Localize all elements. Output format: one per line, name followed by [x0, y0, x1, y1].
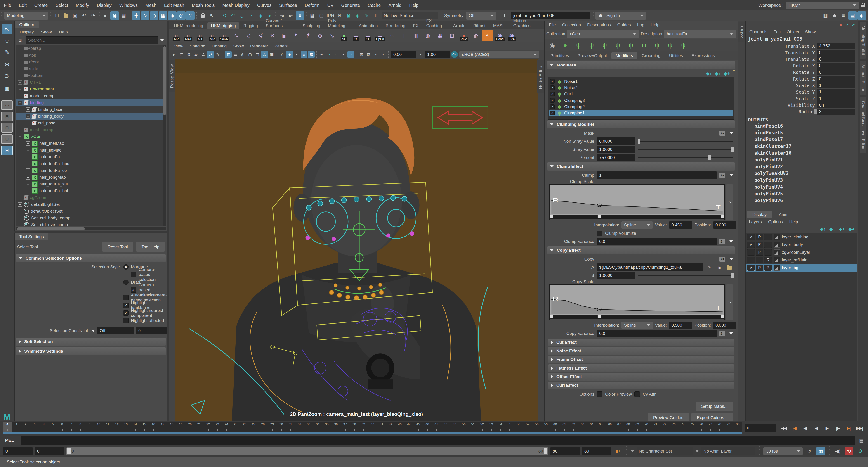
load-map-icon[interactable] — [726, 264, 733, 271]
render-view-icon[interactable]: ▦ — [308, 11, 317, 20]
expand-toggle-icon[interactable]: + — [18, 128, 22, 132]
sign-in-dropdown[interactable]: ☻ Sign In — [595, 11, 646, 20]
playback-loop-icon[interactable]: ⟳ — [805, 447, 814, 456]
menu-uv[interactable]: UV — [323, 3, 338, 8]
channel-value-field[interactable]: 0 — [817, 76, 855, 82]
shelf-tab-bifrost[interactable]: Bifrost — [470, 22, 489, 29]
channel-value-field[interactable]: 1 — [817, 82, 855, 88]
map-menu-icon[interactable] — [730, 332, 733, 335]
expand-toggle-icon[interactable]: + — [18, 216, 22, 220]
outliner-item-xggroom[interactable]: +xgGroom — [16, 194, 166, 201]
outliner-hscrollbar[interactable] — [16, 227, 166, 230]
lra-toggle-icon[interactable]: ◉LRA — [506, 30, 518, 41]
outliner-item-model-comp[interactable]: +model_comp — [16, 92, 166, 99]
layer-display-type-toggle[interactable]: R — [764, 257, 772, 263]
outliner-filter-icon[interactable]: ⊡ — [17, 37, 24, 43]
construction-history-icon[interactable]: ⟲ — [220, 11, 228, 20]
viewport-canvas[interactable]: 2D Pan/Zoom : camera_main_test (layer_bi… — [175, 59, 538, 421]
play-backwards-button[interactable]: ◀ — [811, 424, 821, 433]
camera-attrs-icon[interactable]: ⚙ — [185, 51, 192, 58]
cached-playback-icon[interactable]: ⟲ — [845, 447, 853, 456]
channel-box-menu-show[interactable]: Show — [802, 29, 818, 34]
clump-scale-value-field[interactable]: 0.450 — [669, 222, 692, 229]
outliner-item-defaultobjectset[interactable]: defaultObjectSet — [16, 208, 166, 214]
viewport-menu-panels[interactable]: Panels — [272, 43, 290, 49]
clumping-modifier-header[interactable]: Clumping Modifier — [547, 120, 735, 128]
menu-windows[interactable]: Windows — [116, 3, 142, 8]
deformer-icon[interactable]: ⊞ — [446, 30, 458, 41]
field-chart-icon[interactable]: ▤ — [254, 51, 260, 58]
expression-icon[interactable]: Σ= — [719, 173, 725, 178]
lock-camera-icon[interactable]: ▢ — [178, 51, 185, 58]
channel-box-menu-channels[interactable]: Channels — [747, 29, 770, 34]
shelf-tab-animation[interactable]: Animation — [355, 22, 381, 29]
menu-cache[interactable]: Cache — [364, 3, 385, 8]
channel-scale-z[interactable]: Scale Z1 — [746, 95, 858, 102]
layer-visibility-toggle[interactable] — [747, 249, 755, 256]
cut-effect-header[interactable]: Cut Effect — [548, 339, 734, 346]
outliner-item-hair-toufa-sui[interactable]: +Xhair_touFa_sui — [16, 181, 166, 187]
pan-zoom-icon[interactable]: ⇄ — [207, 51, 214, 58]
select-tool[interactable]: ↖ — [2, 24, 12, 34]
channel-scale-x[interactable]: Scale X1 — [746, 82, 858, 89]
layer-menu-help[interactable]: Help — [786, 220, 801, 224]
map-menu-icon[interactable] — [730, 132, 733, 134]
script-editor-icon[interactable]: ▤ — [857, 436, 866, 445]
xray-icon[interactable]: ▧ — [358, 51, 365, 58]
snap-grid-icon[interactable]: ╋ — [132, 11, 141, 20]
expression-icon[interactable]: Σ= — [719, 257, 725, 262]
playback-end-field[interactable]: 80 — [550, 447, 580, 455]
shelf-tab-fx[interactable]: FX — [409, 22, 422, 29]
layer-playback-toggle[interactable] — [756, 257, 763, 263]
outliner-menu-show[interactable]: Show — [38, 30, 55, 35]
go-to-start-button[interactable]: |◀◀ — [778, 424, 788, 433]
channel-rotate-z[interactable]: Rotate Z0 — [746, 76, 858, 82]
clump-field[interactable]: 1 — [597, 171, 717, 179]
channel-value-field[interactable]: 0 — [817, 56, 855, 62]
layer-visibility-toggle[interactable] — [747, 257, 755, 263]
constraint-icon[interactable]: ▣ — [278, 30, 290, 41]
persp-view-tab[interactable]: Persp View — [168, 60, 176, 92]
menu-edit-mesh[interactable]: Edit Mesh — [160, 3, 188, 8]
select-hierarchy-icon[interactable]: ▸ — [101, 11, 110, 20]
outliner-item-environment[interactable]: +Environment — [16, 86, 166, 92]
modifier-item-clumping1[interactable]: ✓ψClumping1 — [549, 110, 733, 116]
node-editor-shelf-icon[interactable]: ●NE — [338, 30, 350, 41]
xgen-tab-modifiers[interactable]: Modifiers — [612, 52, 637, 59]
attribute-editor-toggle-icon[interactable]: ≡ — [839, 11, 848, 20]
description-dropdown[interactable]: hair_touFa — [664, 30, 736, 38]
aa-icon[interactable]: ◓ — [340, 51, 347, 58]
outliner-search-input[interactable] — [26, 36, 158, 44]
flatness-effect-header[interactable]: Flatness Effect — [548, 364, 734, 372]
four-pane-layout[interactable]: ⊞ — [1, 112, 13, 121]
checkbox-highlight-affected[interactable] — [123, 318, 129, 323]
rivet-icon[interactable]: ●Rive — [458, 30, 469, 41]
bookmark-icon[interactable]: ▱ — [193, 51, 199, 58]
expand-toggle-icon[interactable]: + — [18, 80, 22, 85]
channel-rotate-y[interactable]: Rotate Y0 — [746, 69, 858, 76]
joint-mp-icon[interactable]: ○MP — [170, 30, 182, 41]
paint-weights-icon[interactable]: ◍ — [422, 30, 434, 41]
shelf-tab-hkm-rigging[interactable]: HKM_rigging — [207, 22, 239, 29]
channel-box-menu-object[interactable]: Object — [784, 29, 802, 34]
joints-xray-icon[interactable]: ▨ — [365, 51, 372, 58]
snap-help-icon[interactable]: ? — [186, 11, 195, 20]
layer-menu-options[interactable]: Options — [765, 220, 786, 224]
tool-settings-tab[interactable]: Tool Settings — [15, 233, 49, 240]
outliner-item-binding[interactable]: −binding — [16, 99, 166, 106]
aim-constraint-icon[interactable]: ⊕ — [314, 30, 326, 41]
expression-icon[interactable]: Σ= — [719, 239, 725, 244]
channel-value-field[interactable]: 0 — [817, 50, 855, 56]
expand-toggle-icon[interactable]: + — [26, 155, 30, 159]
layer-add-icon[interactable]: ◆+ — [839, 226, 845, 232]
copy-weights-icon[interactable]: ▦ — [434, 30, 445, 41]
menu-mesh-tools[interactable]: Mesh Tools — [188, 3, 219, 8]
viewport-menu-renderer[interactable]: Renderer — [247, 43, 271, 49]
two-pane-stacked-layout[interactable]: ⊟ — [1, 134, 13, 144]
checkbox-highlight-nearest-component[interactable]: ✓ — [123, 310, 129, 316]
shelf-tab-hkm-modeling[interactable]: HKM_modeling — [170, 22, 207, 29]
map-menu-icon[interactable] — [730, 240, 733, 243]
joint-mt-icon[interactable]: ○MT — [195, 30, 206, 41]
mirror-guides-icon[interactable]: ψ — [638, 40, 650, 50]
cped-window-icon[interactable]: ▤CpEd — [374, 30, 385, 41]
